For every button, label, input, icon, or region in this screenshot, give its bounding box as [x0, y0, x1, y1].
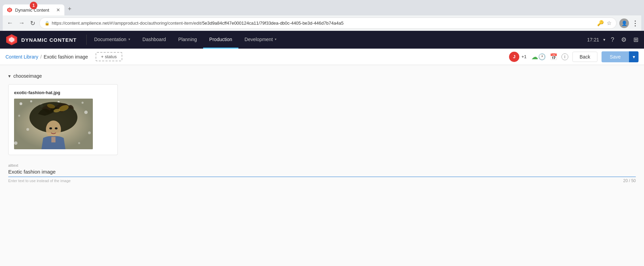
svg-point-6: [20, 102, 22, 105]
tab-close-button[interactable]: ✕: [56, 7, 60, 13]
nav-item-dashboard-label: Dashboard: [143, 37, 166, 42]
svg-rect-25: [51, 137, 55, 142]
nav-item-planning[interactable]: Planning: [172, 31, 203, 49]
browser-menu-button[interactable]: ⋮: [632, 19, 639, 27]
section-collapse-icon: ▾: [8, 73, 11, 79]
documentation-chevron-icon: ▾: [128, 37, 130, 41]
alttext-field-hint: Enter text to use instead of the image: [8, 179, 71, 183]
user-avatar[interactable]: J: [509, 52, 519, 62]
section-header[interactable]: ▾ chooseimage: [8, 73, 636, 79]
back-button[interactable]: Back: [572, 52, 597, 62]
nav-items: Documentation ▾ Dashboard Planning Produ…: [88, 31, 587, 49]
forward-nav-button[interactable]: →: [17, 18, 26, 28]
new-tab-button[interactable]: +: [65, 3, 74, 15]
svg-point-24: [55, 127, 58, 129]
save-dropdown-button[interactable]: ▾: [629, 51, 639, 62]
svg-point-22: [46, 121, 61, 138]
plus-one-badge: +1: [521, 54, 527, 59]
tab-favicon: [7, 7, 12, 13]
status-button[interactable]: + status: [96, 52, 122, 61]
address-bar[interactable]: 🔒 https://content.amplience.net/#!/amppr…: [39, 17, 617, 29]
image-card: exotic-fashion-hat.jpg: [8, 84, 118, 155]
svg-point-7: [30, 100, 32, 102]
profile-icon: 👤: [621, 21, 627, 26]
app-logo: DYNAMIC CONTENT: [5, 34, 77, 46]
nav-item-planning-label: Planning: [178, 37, 197, 42]
breadcrumb: Content Library / Exotic fashion image +…: [5, 52, 504, 61]
calendar-icon[interactable]: 📅: [550, 53, 557, 61]
nav-time-chevron-icon[interactable]: ▾: [603, 37, 605, 42]
nav-item-production-label: Production: [209, 37, 232, 42]
nav-item-dashboard[interactable]: Dashboard: [136, 31, 172, 49]
development-chevron-icon: ▾: [275, 37, 276, 41]
svg-point-14: [26, 128, 29, 131]
svg-point-12: [84, 111, 88, 114]
nav-item-development[interactable]: Development ▾: [238, 31, 283, 49]
nav-item-documentation[interactable]: Documentation ▾: [88, 31, 136, 49]
refresh-button[interactable]: ↻: [29, 18, 37, 28]
nav-divider: [86, 35, 87, 45]
alttext-field-value[interactable]: Exotic fashion image: [8, 169, 636, 177]
svg-point-11: [82, 102, 84, 104]
image-preview: [14, 99, 93, 149]
image-filename: exotic-fashion-hat.jpg: [14, 90, 112, 95]
svg-point-15: [14, 141, 17, 145]
cloud-save-icon: ☁: [531, 53, 538, 61]
alttext-field-group: alttext Exotic fashion image Enter text …: [8, 163, 636, 183]
browser-chrome: Dynamic Content 1 ✕ + ← → ↻ 🔒 https://co…: [0, 0, 644, 31]
browser-toolbar: ← → ↻ 🔒 https://content.amplience.net/#!…: [3, 15, 641, 31]
logo-icon: [5, 34, 18, 46]
svg-point-13: [18, 115, 20, 117]
tab-badge: 1: [30, 2, 37, 9]
breadcrumb-actions: 🕐 📅 i Back Save ▾: [538, 51, 639, 62]
nav-time: 17:21: [587, 37, 599, 42]
history-icon[interactable]: 🕐: [538, 53, 546, 61]
url-suffix: 5e3d9a84cff47e000124ca11/79f33dea-db0c-4…: [202, 21, 344, 26]
back-nav-button[interactable]: ←: [5, 18, 14, 28]
url-text: https://content.amplience.net/#!/ampprod…: [52, 21, 592, 26]
address-bar-icons: 🔑 ☆: [597, 20, 611, 26]
main-content: ▾ chooseimage exotic-fashion-hat.jpg: [0, 65, 644, 266]
app-logo-text: DYNAMIC CONTENT: [21, 37, 77, 43]
apps-button[interactable]: ⊞: [632, 35, 640, 45]
image-preview-svg: [14, 99, 93, 149]
section-title: chooseimage: [13, 73, 42, 79]
key-icon[interactable]: 🔑: [597, 20, 604, 26]
svg-point-23: [49, 127, 52, 129]
nav-item-documentation-label: Documentation: [94, 37, 126, 42]
alttext-field-label: alttext: [8, 163, 636, 167]
svg-point-16: [88, 131, 91, 134]
breadcrumb-current: Exotic fashion image: [44, 54, 88, 60]
profile-button[interactable]: 👤: [619, 18, 629, 28]
breadcrumb-library-link[interactable]: Content Library: [5, 54, 38, 60]
avatar-group: J +1 ☁: [509, 52, 538, 62]
nav-item-production[interactable]: Production: [203, 31, 238, 49]
save-button-group: Save ▾: [602, 51, 639, 62]
nav-item-development-label: Development: [245, 37, 273, 42]
alttext-field-counter: 20 / 50: [623, 178, 636, 183]
nav-right: 17:21 ▾ ? ⚙ ⊞: [587, 35, 644, 45]
star-icon[interactable]: ☆: [607, 20, 611, 26]
url-prefix: https://content.amplience.net/#!/ampprod…: [52, 21, 202, 26]
lock-icon: 🔒: [45, 21, 50, 26]
browser-tabs: Dynamic Content 1 ✕ +: [3, 3, 641, 15]
avatar-initials: J: [513, 54, 516, 59]
svg-point-17: [78, 142, 80, 144]
help-button[interactable]: ?: [609, 35, 616, 45]
settings-button[interactable]: ⚙: [620, 35, 628, 45]
app-nav: DYNAMIC CONTENT Documentation ▾ Dashboar…: [0, 31, 644, 49]
save-button[interactable]: Save: [602, 51, 629, 62]
info-icon[interactable]: i: [561, 53, 568, 60]
breadcrumb-bar: Content Library / Exotic fashion image +…: [0, 49, 644, 65]
breadcrumb-separator: /: [40, 54, 42, 60]
active-tab[interactable]: Dynamic Content 1 ✕: [3, 4, 64, 15]
